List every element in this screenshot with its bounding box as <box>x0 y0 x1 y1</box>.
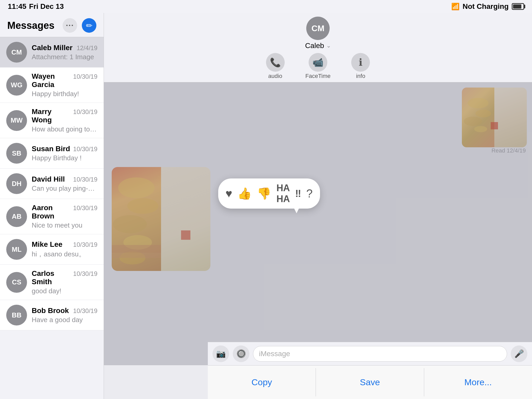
conv-preview: Happy Birthday ! <box>32 154 97 162</box>
audio-icon: 📞 <box>266 53 285 72</box>
conversation-item-sb[interactable]: SB Susan Bird 10/30/19 Happy Birthday ! <box>0 138 104 169</box>
avatar-dh: DH <box>6 173 27 194</box>
conv-content: Susan Bird 10/30/19 Happy Birthday ! <box>32 145 97 162</box>
info-action-button[interactable]: ℹ info <box>351 53 370 79</box>
conv-content: Mike Lee 10/30/19 hi，asano desu。 <box>32 240 97 259</box>
wifi-icon: 📶 <box>451 3 460 11</box>
conv-date: 10/30/19 <box>73 73 97 80</box>
conv-top: Marry Wong 10/30/19 <box>32 108 97 124</box>
time: 11:45 <box>8 2 26 11</box>
conv-name: Bob Brook <box>32 307 69 315</box>
copy-button[interactable]: Copy <box>208 365 316 399</box>
conv-date: 12/4/19 <box>77 44 97 52</box>
sidebar-title: Messages <box>7 20 55 31</box>
conversation-item-ml[interactable]: ML Mike Lee 10/30/19 hi，asano desu。 <box>0 234 104 265</box>
compose-button[interactable]: ✏ <box>82 18 96 33</box>
action-sheet: Copy Save More... <box>208 365 532 399</box>
avatar-ab: AB <box>6 206 27 227</box>
contact-avatar-large: CM <box>306 17 330 40</box>
chevron-down-icon: ⌄ <box>326 42 331 49</box>
conv-top: Bob Brook 10/30/19 <box>32 307 97 315</box>
sidebar-header: Messages ··· ✏ <box>0 13 104 37</box>
contact-initials: CM <box>311 24 324 33</box>
conversation-item-cm[interactable]: CM Caleb Miller 12/4/19 Attachment: 1 Im… <box>0 37 104 68</box>
conv-preview: good day! <box>32 287 97 295</box>
conv-date: 10/30/19 <box>73 145 97 153</box>
info-icon: ℹ <box>351 53 370 72</box>
conversations-list: CM Caleb Miller 12/4/19 Attachment: 1 Im… <box>0 37 104 399</box>
status-bar: 11:45 Fri Dec 13 📶 Not Charging <box>0 0 532 13</box>
conv-preview: Can you play ping-pong? <box>32 184 97 192</box>
conversation-item-ab[interactable]: AB Aaron Brown 10/30/19 Nice to meet you <box>0 199 104 234</box>
camera-button[interactable]: 📷 <box>212 345 229 362</box>
app-container: Messages ··· ✏ CM Caleb Miller 12/4/19 A… <box>0 13 532 399</box>
audio-record-button[interactable]: 🎤 <box>511 345 527 362</box>
more-options-button[interactable]: More... <box>424 365 532 399</box>
date: Fri Dec 13 <box>29 2 64 11</box>
imessage-placeholder: iMessage <box>259 350 290 358</box>
imessage-input[interactable]: iMessage <box>253 346 507 362</box>
tapback-thumbsup[interactable]: 👍 <box>237 187 252 200</box>
avatar-wg: WG <box>6 75 27 96</box>
status-right: 📶 Not Charging <box>451 2 524 11</box>
conv-name: Mike Lee <box>32 240 62 249</box>
apps-button[interactable]: 🔘 <box>233 345 249 362</box>
save-button[interactable]: Save <box>316 365 424 399</box>
conv-preview: Attachment: 1 Image <box>32 53 97 61</box>
conv-preview: Have a good day <box>32 316 97 324</box>
conv-top: Aaron Brown 10/30/19 <box>32 204 97 220</box>
conv-content: Bob Brook 10/30/19 Have a good day <box>32 307 97 324</box>
facetime-icon: 📹 <box>309 53 327 72</box>
battery-fill <box>513 4 521 9</box>
conversation-item-mw[interactable]: MW Marry Wong 10/30/19 How about going t… <box>0 103 104 138</box>
conv-top: Caleb Miller 12/4/19 <box>32 44 97 52</box>
conv-name: Carlos Smith <box>32 269 73 286</box>
chat-header: CM Caleb ⌄ 📞 audio 📹 FaceTime ℹ info <box>104 13 532 82</box>
conv-content: Marry Wong 10/30/19 How about going to p… <box>32 108 97 133</box>
conversation-item-dh[interactable]: DH David Hill 10/30/19 Can you play ping… <box>0 169 104 199</box>
conv-date: 10/30/19 <box>73 108 97 116</box>
conv-content: Wayen Garcia 10/30/19 Happy birthday! <box>32 72 97 98</box>
conversation-item-cs[interactable]: CS Carlos Smith 10/30/19 good day! <box>0 265 104 300</box>
tapback-emphasis[interactable]: ‼ <box>295 188 301 199</box>
more-button[interactable]: ··· <box>63 18 77 33</box>
more-icon: ··· <box>66 21 74 30</box>
conversation-item-wg[interactable]: WG Wayen Garcia 10/30/19 Happy birthday! <box>0 68 104 103</box>
conv-date: 10/30/19 <box>73 241 97 248</box>
conv-date: 10/30/19 <box>73 204 97 212</box>
overlay-dim <box>104 82 532 365</box>
avatar-ml: ML <box>6 239 27 260</box>
conv-name: Wayen Garcia <box>32 72 73 89</box>
conv-date: 10/30/19 <box>73 176 97 183</box>
tapback-thumbsdown[interactable]: 👎 <box>257 187 271 200</box>
input-bar: 📷 🔘 iMessage 🎤 <box>208 342 532 365</box>
avatar-cm: CM <box>6 42 27 63</box>
conv-content: David Hill 10/30/19 Can you play ping-po… <box>32 175 97 192</box>
contact-name: Caleb <box>305 42 324 50</box>
conv-top: Wayen Garcia 10/30/19 <box>32 72 97 89</box>
conv-name: Aaron Brown <box>32 204 73 220</box>
conv-top: Mike Lee 10/30/19 <box>32 240 97 249</box>
battery-icon <box>512 3 524 10</box>
conv-name: Caleb Miller <box>32 44 72 52</box>
conv-content: Aaron Brown 10/30/19 Nice to meet you <box>32 204 97 229</box>
conv-preview: hi，asano desu。 <box>32 250 97 259</box>
avatar-cs: CS <box>6 272 27 293</box>
conv-top: Susan Bird 10/30/19 <box>32 145 97 153</box>
status-left: 11:45 Fri Dec 13 <box>8 2 64 11</box>
facetime-action-button[interactable]: 📹 FaceTime <box>305 53 331 79</box>
facetime-label: FaceTime <box>305 73 331 79</box>
conv-top: David Hill 10/30/19 <box>32 175 97 183</box>
tapback-heart[interactable]: ♥ <box>225 187 232 200</box>
contact-name-row[interactable]: Caleb ⌄ <box>305 42 331 50</box>
avatar-mw: MW <box>6 110 27 131</box>
audio-action-button[interactable]: 📞 audio <box>266 53 285 79</box>
conv-preview: How about going to pub today? <box>32 125 97 133</box>
tapback-haha[interactable]: HAHA <box>276 183 290 204</box>
conv-name: Susan Bird <box>32 145 70 153</box>
conv-date: 10/30/19 <box>73 270 97 277</box>
conversation-item-bb[interactable]: BB Bob Brook 10/30/19 Have a good day <box>0 300 104 330</box>
tapback-bar: ♥ 👍 👎 HAHA ‼ ? <box>218 178 320 209</box>
tapback-question[interactable]: ? <box>306 187 312 200</box>
conv-content: Carlos Smith 10/30/19 good day! <box>32 269 97 295</box>
